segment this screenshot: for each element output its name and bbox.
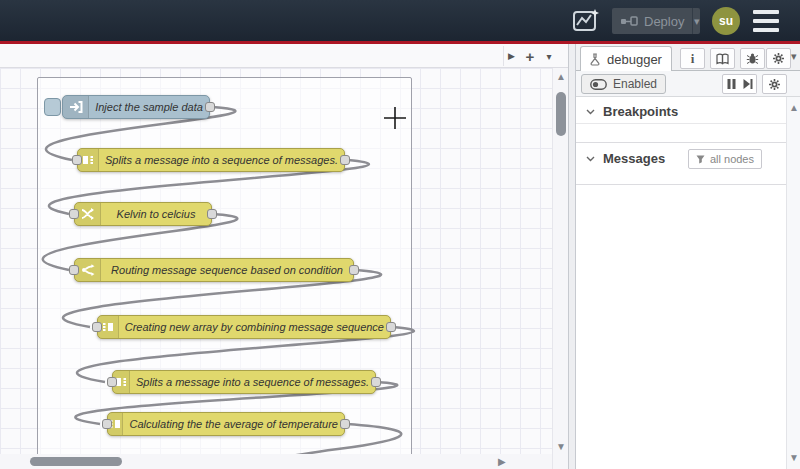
config-tab-button[interactable] [766, 48, 791, 69]
toggle-on-icon [590, 79, 607, 90]
help-tab-button[interactable] [710, 48, 735, 69]
tab-scroll-right-button[interactable]: ▶ [503, 46, 519, 66]
flow-assistant-button[interactable] [570, 7, 601, 35]
deploy-icon [620, 14, 638, 28]
tab-label: debugger [607, 52, 662, 67]
pause-button[interactable] [722, 74, 740, 94]
tab-debugger[interactable]: debugger [580, 46, 672, 71]
step-forward-icon [743, 79, 753, 89]
main-menu-button[interactable] [752, 10, 780, 32]
output-port[interactable] [386, 322, 396, 332]
bug-icon [746, 52, 759, 65]
flow-node-join[interactable]: Calculating the the average of temperatu… [107, 412, 345, 436]
horizontal-scroll-thumb[interactable] [30, 457, 122, 466]
info-tab-button[interactable]: i [680, 48, 705, 69]
section-title: Messages [603, 151, 665, 166]
chevron-down-icon [586, 109, 595, 115]
pause-icon [727, 79, 736, 89]
funnel-icon [696, 155, 705, 164]
breakpoints-list [576, 124, 786, 143]
inject-icon [63, 96, 89, 118]
workspace-tab-strip: ▶ + ▾ [0, 44, 568, 68]
input-port[interactable] [72, 155, 82, 165]
avatar-initials: su [719, 14, 733, 28]
output-port[interactable] [207, 209, 217, 219]
sidebar-tab-bar: debugger i [576, 44, 800, 71]
messages-section-header[interactable]: Messages [576, 151, 665, 166]
deploy-options-button[interactable]: ▾ [692, 8, 700, 34]
hamburger-icon [753, 10, 779, 14]
debugger-settings-button[interactable] [762, 74, 787, 94]
node-label: Calculating the the average of temperatu… [123, 418, 344, 430]
section-title: Breakpoints [603, 104, 678, 119]
flow-node-join[interactable]: Creating new array by combining message … [97, 315, 391, 339]
sidebar-tabs-menu-button[interactable]: ▾ [791, 50, 797, 63]
debugger-enabled-toggle[interactable]: Enabled [581, 74, 666, 94]
node-label: Splits a message into a sequence of mess… [99, 154, 344, 166]
input-port[interactable] [107, 377, 117, 387]
node-label: Kelvin to celcius [101, 208, 211, 220]
add-flow-button[interactable]: + [521, 46, 539, 66]
node-label: Creating new array by combining message … [119, 321, 390, 333]
scroll-down-icon[interactable]: ▼ [556, 442, 566, 452]
output-port[interactable] [340, 155, 350, 165]
inject-trigger-button[interactable] [44, 98, 61, 116]
node-label: Splits a message into a sequence of mess… [130, 376, 375, 388]
messages-section: Messages all nodes [576, 143, 786, 185]
play-right-icon: ▶ [508, 51, 515, 61]
plus-icon: + [526, 48, 535, 65]
gear-icon [768, 78, 781, 91]
chevron-down-icon: ▾ [546, 51, 551, 62]
flow-node-switch[interactable]: Routing message sequence based on condit… [74, 258, 354, 282]
deploy-button[interactable]: Deploy ▾ [612, 8, 700, 34]
input-port[interactable] [92, 322, 102, 332]
book-icon [716, 53, 729, 65]
debugger-panel: Breakpoints Messages all nodes [576, 97, 800, 469]
input-port[interactable] [69, 265, 79, 275]
chevron-down-icon [586, 156, 595, 162]
flask-icon [589, 53, 601, 66]
chevron-down-icon: ▾ [694, 15, 700, 28]
app-header: Deploy ▾ su [0, 0, 800, 41]
input-port[interactable] [69, 209, 79, 219]
input-port[interactable] [102, 419, 112, 429]
flow-list-button[interactable]: ▾ [541, 46, 557, 66]
output-port[interactable] [349, 265, 359, 275]
scroll-right-icon[interactable]: ▶ [498, 457, 506, 467]
step-button[interactable] [739, 74, 757, 94]
output-port[interactable] [371, 377, 381, 387]
filter-label: all nodes [710, 153, 754, 165]
output-port[interactable] [340, 419, 350, 429]
flow-node-inject[interactable]: Inject the sample data [62, 95, 210, 119]
enabled-label: Enabled [613, 77, 657, 91]
debug-tab-button[interactable] [740, 48, 765, 69]
node-label: Routing message sequence based on condit… [101, 264, 353, 276]
scroll-up-icon[interactable]: ▲ [556, 72, 566, 82]
breakpoints-section-header[interactable]: Breakpoints [576, 100, 786, 124]
output-port[interactable] [205, 102, 215, 112]
flow-canvas[interactable]: ▶ + ▾ Inject the sample data [0, 44, 568, 469]
flow-node-split[interactable]: Splits a message into a sequence of mess… [77, 148, 345, 172]
scroll-down-icon[interactable]: ▼ [789, 453, 799, 463]
sidebar-scrollbar[interactable]: ▲ ▼ [786, 97, 800, 469]
info-icon: i [691, 51, 695, 67]
crosshair-cursor [382, 105, 408, 131]
flow-node-split[interactable]: Splits a message into a sequence of mess… [112, 370, 376, 394]
canvas-vertical-scrollbar[interactable]: ▲ ▼ [552, 68, 568, 469]
sidebar-resize-handle[interactable] [568, 44, 576, 469]
node-label: Inject the sample data [89, 101, 209, 113]
flow-sparkle-icon [572, 8, 600, 34]
user-avatar[interactable]: su [712, 7, 740, 35]
canvas-horizontal-scrollbar[interactable]: ▶ [0, 454, 552, 469]
deploy-label: Deploy [644, 14, 684, 29]
message-filter-button[interactable]: all nodes [688, 149, 762, 169]
sidebar: debugger i [576, 44, 800, 469]
scroll-up-icon[interactable]: ▲ [789, 103, 799, 113]
vertical-scroll-thumb[interactable] [556, 92, 566, 136]
flow-node-change[interactable]: Kelvin to celcius [74, 202, 212, 226]
gear-icon [772, 52, 785, 65]
chevron-down-icon: ▾ [791, 50, 797, 62]
debugger-toolbar: Enabled [576, 71, 800, 97]
